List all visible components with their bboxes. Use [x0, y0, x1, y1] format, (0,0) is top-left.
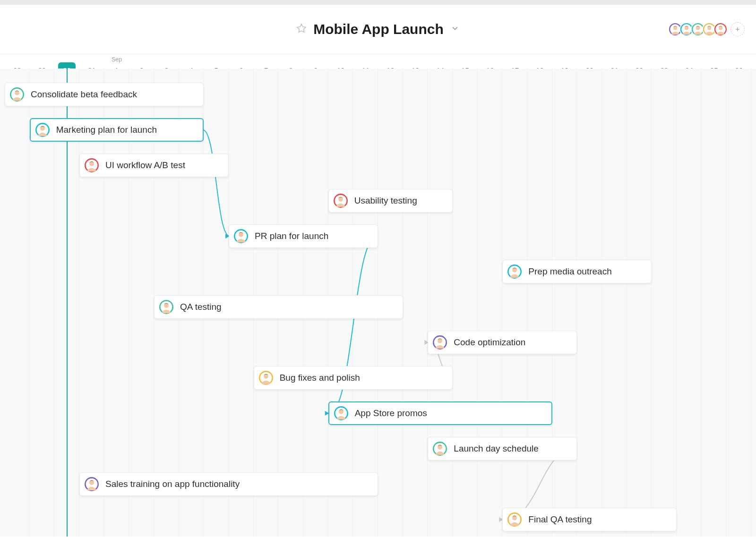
task-label: Launch day schedule	[454, 444, 539, 454]
task-bar[interactable]: Consolidate beta feedback	[5, 83, 204, 106]
task-bar[interactable]: Sales training on app functionality	[79, 472, 378, 496]
svg-point-12	[707, 26, 712, 30]
task-label: PR plan for launch	[255, 231, 328, 241]
svg-point-53	[89, 480, 94, 485]
task-label: Prep media outreach	[528, 266, 611, 277]
assignee-avatar	[85, 158, 99, 172]
assignee-avatar	[85, 477, 99, 491]
task-bar[interactable]: UI workflow A/B test	[79, 154, 229, 177]
assignee-avatar	[35, 123, 50, 137]
project-members	[671, 22, 745, 36]
svg-point-44	[264, 374, 268, 379]
task-bar[interactable]: Code optimization	[428, 331, 577, 354]
svg-point-3	[673, 26, 678, 30]
assignee-avatar	[159, 300, 173, 314]
task-label: UI workflow A/B test	[105, 160, 185, 171]
gantt-canvas[interactable]: Consolidate beta feedbackMarketing plan …	[0, 68, 756, 537]
task-bar[interactable]: Launch day schedule	[428, 437, 577, 461]
task-bar[interactable]: QA testing	[154, 295, 403, 319]
svg-point-56	[512, 516, 517, 520]
add-member-button[interactable]	[730, 22, 745, 36]
assignee-avatar	[334, 194, 348, 208]
svg-point-6	[685, 26, 689, 30]
task-bar[interactable]: Prep media outreach	[502, 260, 652, 283]
task-bar[interactable]: App Store promos	[328, 401, 552, 425]
timeline-ruler: 28293031Sep12345678910111213141516171819…	[0, 54, 756, 68]
task-label: QA testing	[180, 302, 222, 312]
svg-point-32	[239, 232, 243, 237]
task-label: Marketing plan for launch	[56, 125, 157, 135]
task-bar[interactable]: Final QA testing	[502, 508, 677, 531]
svg-point-23	[40, 126, 45, 131]
project-title-wrap: Mobile App Launch	[296, 21, 460, 37]
project-title[interactable]: Mobile App Launch	[313, 21, 444, 37]
window-chrome	[0, 0, 756, 5]
chevron-down-icon[interactable]	[450, 24, 460, 35]
svg-point-29	[338, 197, 343, 202]
assignee-avatar	[259, 371, 273, 385]
svg-point-47	[339, 410, 344, 414]
svg-point-41	[438, 339, 442, 343]
task-label: Code optimization	[454, 337, 525, 348]
assignee-avatar	[234, 229, 248, 243]
assignee-avatar	[507, 512, 522, 527]
task-bar[interactable]: Marketing plan for launch	[30, 118, 204, 142]
task-bar[interactable]: Bug fixes and polish	[254, 366, 453, 390]
svg-point-38	[164, 303, 169, 308]
svg-point-9	[696, 26, 700, 30]
svg-marker-0	[297, 24, 306, 32]
assignee-avatar	[334, 406, 348, 420]
member-avatar[interactable]	[713, 22, 728, 36]
assignee-avatar	[433, 442, 447, 456]
svg-point-35	[512, 268, 517, 273]
task-label: Sales training on app functionality	[105, 479, 240, 489]
task-bar[interactable]: Usability testing	[328, 189, 453, 213]
task-label: App Store promos	[355, 408, 427, 418]
header: Mobile App Launch	[0, 5, 756, 54]
assignee-avatar	[507, 264, 522, 279]
task-label: Consolidate beta feedback	[31, 89, 137, 100]
task-label: Bug fixes and polish	[280, 373, 360, 383]
svg-point-50	[438, 445, 442, 450]
timeline-month-label: Sep	[112, 56, 122, 63]
svg-point-20	[15, 91, 19, 95]
svg-point-26	[89, 162, 94, 166]
star-icon[interactable]	[296, 23, 307, 35]
assignee-avatar	[10, 87, 24, 102]
assignee-avatar	[433, 335, 447, 350]
task-label: Usability testing	[354, 196, 417, 206]
task-label: Final QA testing	[528, 514, 592, 525]
svg-point-15	[719, 26, 723, 30]
task-bar[interactable]: PR plan for launch	[229, 224, 378, 248]
